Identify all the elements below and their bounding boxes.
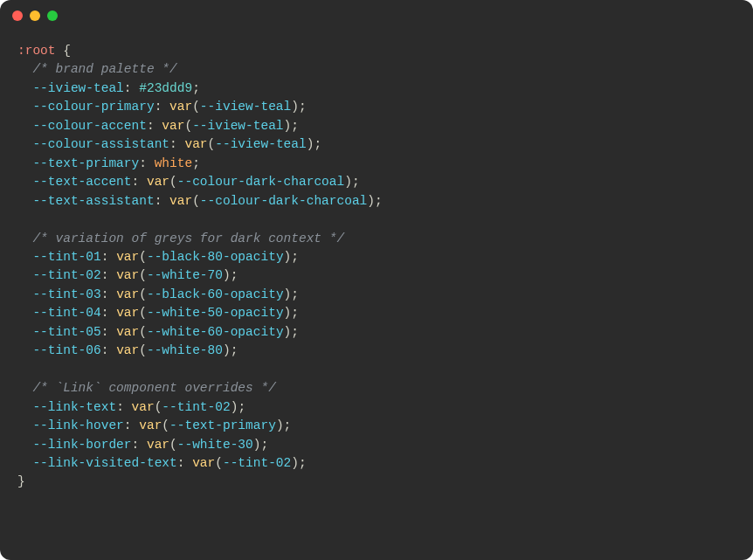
keyword-value-token: white [155,156,193,170]
declaration-line: --iview-teal: #23ddd9; [17,80,736,98]
declaration-line: --tint-02: var(--white-70); [17,266,736,285]
var-ref-token: --colour-dark-charcoal [200,194,367,208]
var-ref-token: --tint-02 [223,456,291,470]
property-token: --text-assistant [32,194,154,208]
hex-value-token: #23ddd9 [139,81,192,95]
comment-line: /* `Link` component overrides */ [17,379,736,398]
window-titlebar [0,0,753,31]
var-ref-token: --colour-dark-charcoal [177,175,344,189]
comment-token: /* `Link` component overrides */ [32,381,275,395]
var-ref-token: --black-60-opacity [147,287,284,301]
declaration-line: --link-visited-text: var(--tint-02); [17,454,736,473]
code-line: :root { [17,42,736,60]
property-token: --colour-primary [32,100,154,114]
var-function-token: var [147,438,169,452]
maximize-icon[interactable] [47,10,58,21]
var-function-token: var [147,175,169,189]
declaration-line: --tint-06: var(--white-80); [17,342,736,360]
declaration-line: --colour-primary: var(--iview-teal); [17,98,736,116]
var-ref-token: --iview-teal [200,100,291,114]
var-function-token: var [192,456,215,470]
var-ref-token: --white-50-opacity [147,306,284,320]
declaration-line: --text-primary: white; [17,155,736,173]
property-token: --link-visited-text [32,456,176,470]
property-token: --tint-01 [32,250,100,264]
code-window: :root { /* brand palette */ --iview-teal… [0,0,753,560]
declaration-line: --text-assistant: var(--colour-dark-char… [17,192,736,211]
var-function-token: var [139,418,162,432]
var-function-token: var [116,250,139,264]
declaration-line: --link-text: var(--tint-02); [17,398,736,417]
var-function-token: var [116,325,139,339]
comment-line: /* brand palette */ [17,60,736,79]
var-function-token: var [116,343,139,357]
var-ref-token: --text-primary [169,418,276,432]
declaration-line: --tint-05: var(--white-60-opacity); [17,323,736,342]
var-function-token: var [116,306,139,320]
property-token: --link-hover [32,418,123,432]
var-function-token: var [116,268,139,282]
property-token: --text-primary [32,156,139,170]
property-token: --iview-teal [32,81,123,95]
property-token: --tint-04 [32,306,100,320]
comment-token: /* variation of greys for dark context *… [32,232,344,245]
var-ref-token: --white-70 [147,268,223,282]
property-token: --colour-accent [32,119,147,133]
property-token: --tint-03 [32,287,100,301]
close-icon[interactable] [12,10,23,21]
declaration-line: --link-border: var(--white-30); [17,436,736,454]
comment-token: /* brand palette */ [32,62,176,76]
code-block: :root { /* brand palette */ --iview-teal… [0,31,753,509]
var-function-token: var [184,137,207,151]
blank-line [17,211,736,229]
code-line: } [17,473,736,491]
var-function-token: var [169,100,192,114]
var-ref-token: --tint-02 [162,400,230,414]
var-function-token: var [169,194,192,208]
var-function-token: var [132,400,155,414]
property-token: --link-border [32,438,131,452]
property-token: --tint-06 [32,343,100,357]
var-ref-token: --white-80 [147,343,223,357]
comment-line: /* variation of greys for dark context *… [17,230,736,248]
var-ref-token: --iview-teal [192,119,283,133]
property-token: --link-text [32,400,116,414]
minimize-icon[interactable] [30,10,40,21]
var-function-token: var [116,287,139,301]
var-ref-token: --black-80-opacity [147,250,284,264]
declaration-line: --colour-accent: var(--iview-teal); [17,117,736,135]
selector-token: :root [17,44,56,58]
var-function-token: var [162,119,184,133]
property-token: --colour-assistant [32,137,169,151]
blank-line [17,361,736,379]
declaration-line: --tint-01: var(--black-80-opacity); [17,248,736,266]
var-ref-token: --iview-teal [215,137,306,151]
declaration-line: --colour-assistant: var(--iview-teal); [17,135,736,154]
declaration-line: --tint-03: var(--black-60-opacity); [17,286,736,304]
property-token: --tint-02 [32,268,100,282]
var-ref-token: --white-60-opacity [147,325,284,339]
declaration-line: --tint-04: var(--white-50-opacity); [17,304,736,322]
property-token: --tint-05 [32,325,100,339]
declaration-line: --text-accent: var(--colour-dark-charcoa… [17,173,736,191]
declaration-line: --link-hover: var(--text-primary); [17,417,736,435]
var-ref-token: --white-30 [177,438,253,452]
property-token: --text-accent [32,175,131,189]
